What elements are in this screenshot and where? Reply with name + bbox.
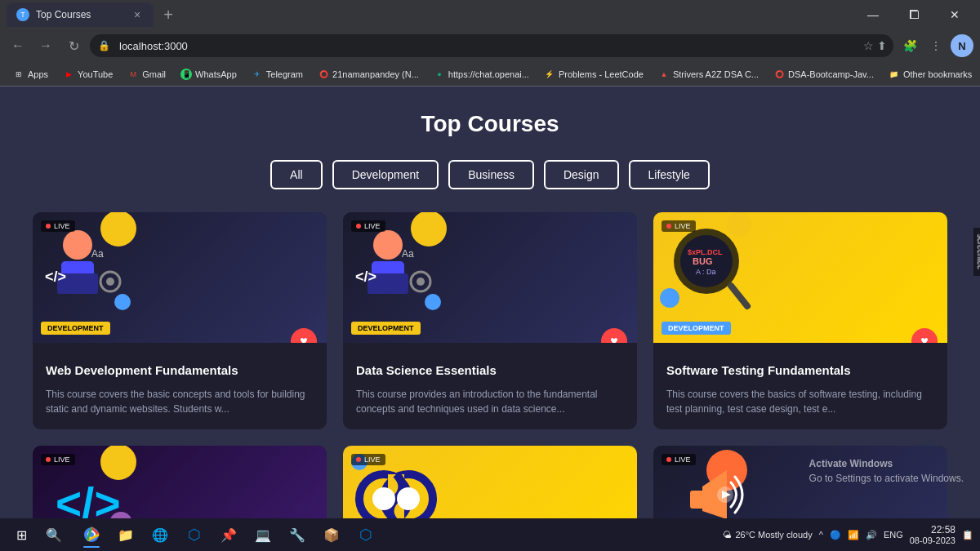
bookmark-label: DSA-Bootcamp-Jav... (788, 69, 874, 79)
extensions-button[interactable]: 🧩 (898, 34, 921, 57)
card-body-ds: Data Science Essentials This course prov… (343, 343, 637, 429)
taskbar-app4[interactable]: 📦 (315, 520, 348, 549)
share-icon[interactable]: ⬆ (877, 39, 887, 52)
filter-business[interactable]: Business (448, 160, 534, 189)
new-tab-button[interactable]: + (157, 3, 180, 26)
whatsapp-icon: 📱 (180, 69, 192, 80)
taskbar-vscode[interactable]: ⬡ (178, 520, 211, 549)
course-card-web-dev[interactable]: LIVE </> Aa (33, 212, 327, 429)
bookmark-label: Apps (28, 69, 48, 79)
browser-tab[interactable]: T Top Courses × (7, 2, 154, 27)
svg-text:</>: </> (56, 478, 121, 519)
taskbar-apps: 📁 🌐 ⬡ 📌 💻 🔧 📦 ⬡ (75, 520, 719, 549)
toolbar-actions: 🧩 ⋮ N (898, 34, 973, 57)
svg-text:A : Da: A : Da (696, 268, 716, 276)
gmail-icon: M (127, 69, 139, 80)
live-dot-st (666, 224, 671, 229)
bookmark-star-icon[interactable]: ☆ (863, 39, 874, 52)
taskbar: ⊞ 🔍 📁 🌐 ⬡ 📌 💻 🔧 📦 ⬡ 🌤 26°C Mostly cloudy… (0, 518, 980, 551)
lang-label: ENG (884, 530, 903, 540)
lock-icon: 🔒 (98, 40, 110, 51)
live-text-ma: LIVE (54, 455, 70, 464)
title-bar: T Top Courses × + — ⧠ ✕ (0, 0, 980, 29)
chrome-menu-button[interactable]: ⋮ (924, 34, 947, 57)
svg-point-10 (373, 230, 403, 260)
heart-button-ds[interactable]: ♥ (601, 328, 627, 343)
bookmark-whatsapp[interactable]: 📱 WhatsApp (174, 67, 243, 82)
notifications-icon[interactable]: 📋 (962, 530, 973, 540)
live-badge-mk: LIVE (662, 454, 696, 465)
course-card-mobile-app[interactable]: LIVE </> DEVELOPMENT ♥ Mobile App Dev (33, 446, 327, 519)
maximize-button[interactable]: ⧠ (895, 0, 933, 29)
course-card-software-testing[interactable]: LIVE $xPL.DCL BUG A : Da (653, 212, 947, 429)
profile-button[interactable]: N (951, 34, 973, 57)
svg-text:</>: </> (355, 269, 376, 285)
taskbar-chrome[interactable] (75, 520, 108, 549)
bookmark-other[interactable]: 📁 Other bookmarks (882, 67, 978, 82)
filter-tabs: All Development Business Design Lifestyl… (33, 160, 947, 189)
bookmark-striver[interactable]: ▲ Strivers A2Z DSA C... (652, 67, 765, 82)
live-badge-do: LIVE (351, 454, 385, 465)
search-button[interactable]: 🔍 (39, 520, 69, 549)
forward-button[interactable]: → (34, 34, 57, 57)
filter-development[interactable]: Development (332, 160, 439, 189)
card-image-web-dev: LIVE </> Aa (33, 212, 327, 343)
heart-button-web-dev[interactable]: ♥ (291, 328, 317, 343)
taskbar-app3[interactable]: 🔧 (281, 520, 314, 549)
bookmark-label: YouTube (78, 69, 113, 79)
filter-all[interactable]: All (270, 160, 323, 189)
tab-close-button[interactable]: × (131, 8, 144, 21)
svg-point-0 (100, 212, 136, 247)
svg-point-26 (100, 446, 136, 480)
bookmark-gmail[interactable]: M Gmail (121, 67, 172, 82)
card-title-web-dev: Web Development Fundamentals (46, 362, 314, 379)
taskbar-file-explorer[interactable]: 📁 (109, 520, 142, 549)
card-body-web-dev: Web Development Fundamentals This course… (33, 343, 327, 429)
bookmark-dsa[interactable]: ⭕ DSA-Bootcamp-Jav... (767, 67, 880, 82)
minimize-button[interactable]: — (854, 0, 892, 29)
refresh-button[interactable]: ↻ (62, 34, 85, 57)
chrome-icon (83, 527, 100, 543)
start-button[interactable]: ⊞ (7, 520, 36, 549)
bluetooth-icon: 🔵 (830, 530, 841, 540)
screentec-watermark: screentec (973, 227, 981, 275)
close-button[interactable]: ✕ (936, 0, 973, 29)
svg-point-9 (411, 212, 447, 247)
card-title-ds: Data Science Essentials (356, 362, 624, 379)
taskbar-app1[interactable]: 📌 (212, 520, 245, 549)
taskbar-chevron[interactable]: ^ (819, 530, 823, 540)
folder-icon: 📁 (889, 69, 900, 80)
network-icon: 📶 (848, 530, 859, 540)
svg-point-15 (416, 278, 425, 286)
chatgpt-icon: ● (434, 69, 445, 80)
filter-lifestyle[interactable]: Lifestyle (629, 160, 710, 189)
leetcode-icon: ⚡ (544, 69, 555, 80)
bookmark-github[interactable]: ⭕ 21namanpandey (N... (311, 67, 425, 82)
address-input[interactable] (90, 34, 893, 57)
svg-point-6 (106, 278, 114, 286)
bookmark-leetcode[interactable]: ⚡ Problems - LeetCode (537, 67, 650, 82)
browser-chrome: T Top Courses × + — ⧠ ✕ ← → ↻ 🔒 ☆ ⬆ 🧩 ⋮ … (0, 0, 980, 87)
category-badge-st: DEVELOPMENT (662, 322, 731, 335)
weather-info: 🌤 26°C Mostly cloudy (723, 530, 812, 540)
back-button[interactable]: ← (7, 34, 29, 57)
category-badge-web-dev: DEVELOPMENT (41, 322, 110, 335)
course-card-data-science[interactable]: LIVE </> Aa DEVELOPMENT ♥ Data Science (343, 212, 637, 429)
live-text-do: LIVE (364, 455, 381, 464)
taskbar-vscode2[interactable]: ⬡ (350, 520, 382, 549)
taskbar-app2[interactable]: 💻 (247, 520, 279, 549)
bookmark-telegram[interactable]: ✈ Telegram (245, 67, 310, 82)
heart-button-st[interactable]: ♥ (911, 328, 938, 343)
taskbar-edge[interactable]: 🌐 (144, 520, 176, 549)
svg-line-23 (731, 286, 747, 306)
taskbar-right: 🌤 26°C Mostly cloudy ^ 🔵 📶 🔊 ENG 22:58 0… (723, 524, 973, 545)
filter-design[interactable]: Design (544, 160, 619, 189)
bookmark-apps[interactable]: ⊞ Apps (7, 67, 55, 82)
svg-point-17 (425, 294, 441, 310)
svg-text:Aa: Aa (402, 248, 414, 260)
course-card-devops[interactable]: LIVE DEVELOPMENT (343, 446, 637, 519)
bookmark-chatgpt[interactable]: ● https://chat.openai... (427, 67, 536, 82)
tab-favicon: T (16, 8, 29, 21)
bookmark-youtube[interactable]: ▶ YouTube (56, 67, 119, 82)
bookmark-label: Gmail (142, 69, 166, 79)
